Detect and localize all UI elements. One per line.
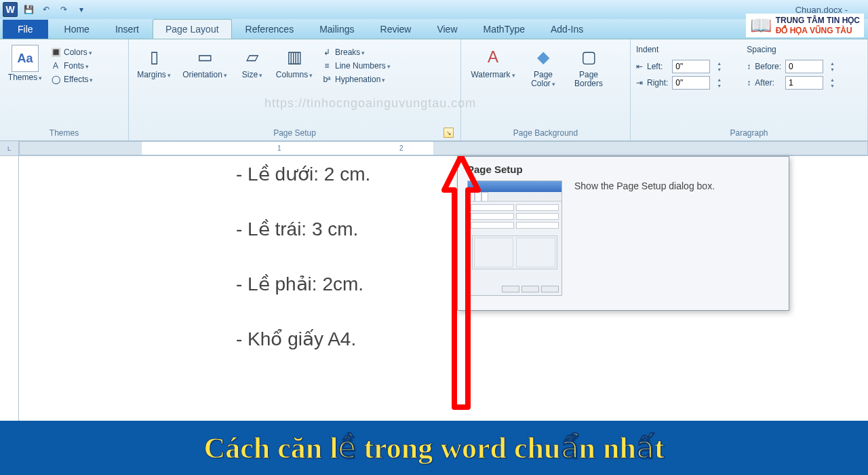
spacing-title: Spacing [747,45,840,54]
tooltip-title: Page Setup [467,164,779,175]
page-setup-dialog-launcher[interactable]: ↘ [443,128,454,138]
tooltip-description: Show the Page Setup dialog box. [574,180,715,191]
margins-label: Margins [137,71,171,79]
tab-mathtype[interactable]: MathType [471,20,537,39]
orientation-label: Orientation [182,71,227,79]
ribbon-tabs: File Home Insert Page Layout References … [0,19,868,39]
watermark-icon: A [481,45,505,69]
spacing-section: Spacing ↕ Before: ▲▼ ↕ After: ▲▼ [747,45,840,90]
indent-section: Indent ⇤ Left: ▲▼ ⇥ Right: ▲▼ [636,45,726,90]
page-borders-icon: ▢ [576,45,601,69]
columns-icon: ▥ [282,45,307,69]
spacing-before-spinner[interactable]: ▲▼ [830,60,840,73]
colors-label: Colors [64,48,92,57]
indent-title: Indent [636,45,726,54]
spacing-before-label: Before: [755,62,781,71]
margins-button[interactable]: ▯ Margins [134,42,174,79]
breaks-icon: ↲ [321,47,332,58]
corner-line1: TRUNG TÂM TIN HỌC [776,16,860,25]
horizontal-ruler[interactable]: 1 2 [19,141,868,155]
group-themes-label: Themes [5,127,123,139]
themes-icon: Aa [12,45,39,72]
ruler-corner-icon: L [0,141,19,155]
fonts-label: Fonts [64,61,89,71]
colors-icon: 🔳 [50,47,61,58]
tab-home[interactable]: Home [52,20,102,39]
ruler-tick: 2 [399,145,403,152]
ruler-tick: 1 [277,145,281,152]
book-icon: 📖 [750,15,772,36]
group-paragraph-label: Paragraph [636,127,862,139]
columns-button[interactable]: ▥ Columns [273,42,316,79]
spacing-before-icon: ↕ [747,62,751,71]
indent-right-label: Right: [647,78,668,88]
themes-button[interactable]: Aa Themes [5,42,45,82]
line-numbers-icon: ≡ [321,60,332,71]
group-page-background-label: Page Background [467,127,625,139]
orientation-button[interactable]: ▭ Orientation [178,42,232,79]
line-numbers-label: Line Numbers [335,61,391,71]
tooltip-thumbnail-icon [467,180,562,296]
indent-left-label: Left: [647,62,668,71]
spacing-after-input[interactable] [785,76,823,90]
tab-page-layout[interactable]: Page Layout [153,19,232,39]
tab-view[interactable]: View [425,20,469,39]
group-page-background: A Watermark ◆ Page Color ▢ Page Borders … [461,39,631,140]
redo-icon[interactable]: ↷ [57,3,71,16]
columns-label: Columns [276,71,313,79]
size-label: Size [242,71,262,79]
indent-right-icon: ⇥ [636,78,643,88]
corner-line2: ĐỒ HỌA VŨNG TÀU [776,26,860,35]
indent-left-icon: ⇤ [636,62,643,71]
line-numbers-button[interactable]: ≡Line Numbers [320,60,392,72]
tab-addins[interactable]: Add-Ins [538,20,595,39]
indent-left-input[interactable] [672,60,710,73]
theme-fonts-button[interactable]: AFonts [49,60,94,72]
page-color-button[interactable]: ◆ Page Color [524,42,563,88]
indent-right-input[interactable] [672,76,710,90]
title-bar: W 💾 ↶ ↷ ▾ Chuan.docx - [0,0,868,19]
vertical-ruler[interactable] [0,156,19,421]
banner-text: Cách căn lề trong word chuẩn nhất [203,430,664,466]
bottom-banner: Cách căn lề trong word chuẩn nhất [0,421,868,475]
theme-colors-button[interactable]: 🔳Colors [49,46,94,58]
tab-mailings[interactable]: Mailings [307,20,366,39]
watermark-button[interactable]: A Watermark [467,42,519,79]
page-color-icon: ◆ [531,45,555,69]
qat-customize-icon[interactable]: ▾ [75,3,88,16]
orientation-icon: ▭ [193,45,217,69]
corner-logo: 📖 TRUNG TÂM TIN HỌC ĐỒ HỌA VŨNG TÀU [746,14,864,37]
group-page-setup: ▯ Margins ▭ Orientation ▱ Size ▥ Columns… [129,39,461,140]
spacing-before-input[interactable] [785,60,823,73]
group-page-setup-label: Page Setup ↘ [134,127,455,139]
undo-icon[interactable]: ↶ [39,3,53,16]
size-button[interactable]: ▱ Size [236,42,269,79]
theme-effects-button[interactable]: ◯Effects [49,73,94,86]
watermark-label: Watermark [471,71,515,79]
hyphenation-label: Hyphenation [335,75,385,84]
fonts-icon: A [50,60,61,71]
word-app-icon: W [3,2,18,17]
size-icon: ▱ [240,45,264,69]
group-themes: Aa Themes 🔳Colors AFonts ◯Effects Themes [0,39,129,140]
breaks-label: Breaks [335,48,365,57]
page-borders-label: Page Borders [567,71,610,88]
save-icon[interactable]: 💾 [22,3,35,16]
tab-review[interactable]: Review [368,20,424,39]
margins-icon: ▯ [142,45,166,69]
hyphenation-icon: bª [321,74,332,85]
tab-file[interactable]: File [3,20,48,39]
breaks-button[interactable]: ↲Breaks [320,46,392,58]
spacing-after-spinner[interactable]: ▲▼ [830,77,840,89]
page-setup-tooltip: Page Setup Show the Page Setup dialog bo… [457,156,789,311]
page-color-label: Page Color [524,71,563,88]
tab-insert[interactable]: Insert [103,20,151,39]
tab-references[interactable]: References [233,20,307,39]
page-borders-button[interactable]: ▢ Page Borders [567,42,610,88]
indent-right-spinner[interactable]: ▲▼ [717,77,726,89]
quick-access-toolbar: 💾 ↶ ↷ ▾ [22,3,88,16]
ribbon: Aa Themes 🔳Colors AFonts ◯Effects Themes… [0,39,868,141]
indent-left-spinner[interactable]: ▲▼ [717,60,726,73]
hyphenation-button[interactable]: bªHyphenation [320,73,392,86]
doc-line: - Khổ giấy A4. [236,328,868,350]
